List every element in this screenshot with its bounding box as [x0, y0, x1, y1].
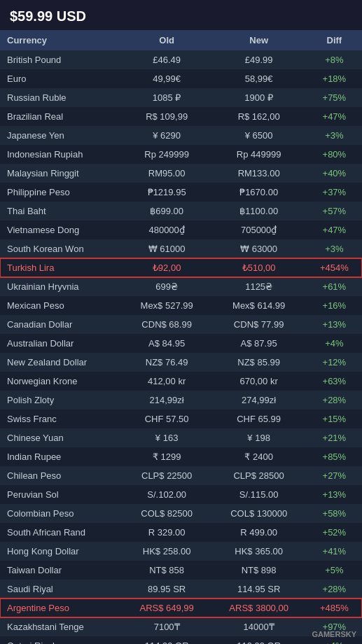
- table-row: New Zealand DollarNZ$ 76.49NZ$ 85.99+12%: [0, 353, 362, 372]
- table-row: Kazakhstani Tenge7100₸14000₸+97%: [0, 617, 362, 636]
- cell-old: CHF 57.50: [123, 410, 211, 428]
- cell-new: 114.95 SR: [211, 580, 307, 598]
- title: $59.99 USD: [0, 0, 362, 30]
- cell-currency: Malaysian Ringgit: [0, 164, 123, 183]
- table-row: Australian DollarA$ 84.95A$ 87.95+4%: [0, 334, 362, 353]
- cell-old: 7100₸: [123, 617, 211, 636]
- cell-currency: Japanese Yen: [0, 126, 123, 145]
- cell-old: A$ 84.95: [123, 334, 211, 353]
- cell-new: ฿1100.00: [211, 202, 307, 220]
- cell-currency: Norwegian Krone: [0, 372, 123, 391]
- cell-currency: Indonesian Rupiah: [0, 145, 123, 164]
- cell-currency: Chilean Peso: [0, 466, 123, 485]
- cell-diff: +3%: [307, 239, 362, 258]
- watermark: GAMERSKY: [312, 630, 356, 638]
- cell-diff: +8%: [307, 50, 362, 69]
- cell-diff: +27%: [307, 466, 362, 485]
- table-row: South Korean Won₩ 61000₩ 63000+3%: [0, 239, 362, 258]
- cell-currency: Russian Ruble: [0, 88, 123, 107]
- table-row: Polish Zloty214,99zł274,99zł+28%: [0, 391, 362, 410]
- table-row: Saudi Riyal89.95 SR114.95 SR+28%: [0, 580, 362, 598]
- table-row: Peruvian SolS/.102.00S/.115.00+13%: [0, 485, 362, 504]
- cell-currency: Vietnamese Dong: [0, 220, 123, 239]
- cell-diff: +28%: [307, 580, 362, 598]
- table-row: Thai Baht฿699.00฿1100.00+57%: [0, 202, 362, 220]
- cell-new: ₱1670.00: [211, 183, 307, 202]
- cell-old: 412,00 kr: [123, 372, 211, 391]
- cell-new: RM133.00: [211, 164, 307, 183]
- table-row: Chilean PesoCLP$ 22500CLP$ 28500+27%: [0, 466, 362, 485]
- table-row: Vietnamese Dong480000₫705000₫+47%: [0, 220, 362, 239]
- cell-currency: South African Rand: [0, 523, 123, 542]
- cell-old: Rp 249999: [123, 145, 211, 164]
- cell-new: ₺510,00: [211, 258, 307, 277]
- cell-old: 49,99€: [123, 69, 211, 88]
- cell-new: CHF 65.99: [211, 410, 307, 428]
- cell-diff: +5%: [307, 561, 362, 580]
- table-row: South African RandR 329.00R 499.00+52%: [0, 523, 362, 542]
- cell-new: 119.99 QR: [211, 636, 307, 644]
- cell-new: R$ 162,00: [211, 107, 307, 126]
- currency-table: Currency Old New Diff British Pound£46.4…: [0, 30, 362, 644]
- cell-diff: +80%: [307, 145, 362, 164]
- cell-currency: South Korean Won: [0, 239, 123, 258]
- table-row: Chinese Yuan¥ 163¥ 198+21%: [0, 428, 362, 447]
- cell-new: COL$ 130000: [211, 504, 307, 523]
- cell-new: 14000₸: [211, 617, 307, 636]
- cell-diff: +40%: [307, 164, 362, 183]
- cell-old: ₱1219.95: [123, 183, 211, 202]
- table-row: Swiss FrancCHF 57.50CHF 65.99+15%: [0, 410, 362, 428]
- cell-diff: +16%: [307, 296, 362, 315]
- cell-currency: British Pound: [0, 50, 123, 69]
- cell-diff: +41%: [307, 542, 362, 561]
- cell-currency: New Zealand Dollar: [0, 353, 123, 372]
- cell-old: R$ 109,99: [123, 107, 211, 126]
- cell-currency: Saudi Riyal: [0, 580, 123, 598]
- cell-new: HK$ 365.00: [211, 542, 307, 561]
- cell-currency: Taiwan Dollar: [0, 561, 123, 580]
- cell-diff: +47%: [307, 220, 362, 239]
- cell-old: ARS$ 649,99: [123, 598, 211, 617]
- cell-new: NZ$ 85.99: [211, 353, 307, 372]
- table-row: Argentine PesoARS$ 649,99ARS$ 3800,00+48…: [0, 598, 362, 617]
- cell-currency: Chinese Yuan: [0, 428, 123, 447]
- cell-currency: Qatari Riyal: [0, 636, 123, 644]
- cell-currency: Philippine Peso: [0, 183, 123, 202]
- table-header-row: Currency Old New Diff: [0, 30, 362, 50]
- cell-new: ₹ 2400: [211, 447, 307, 466]
- table-row: Russian Ruble1085 ₽1900 ₽+75%: [0, 88, 362, 107]
- cell-new: 705000₫: [211, 220, 307, 239]
- cell-old: CDN$ 68.99: [123, 315, 211, 334]
- cell-diff: +18%: [307, 69, 362, 88]
- cell-old: £46.49: [123, 50, 211, 69]
- cell-diff: +28%: [307, 391, 362, 410]
- cell-diff: +61%: [307, 277, 362, 296]
- cell-old: 114.99 QR: [123, 636, 211, 644]
- cell-currency: Swiss Franc: [0, 410, 123, 428]
- cell-currency: Polish Zloty: [0, 391, 123, 410]
- cell-old: ฿699.00: [123, 202, 211, 220]
- cell-new: 670,00 kr: [211, 372, 307, 391]
- cell-currency: Mexican Peso: [0, 296, 123, 315]
- cell-new: £49.99: [211, 50, 307, 69]
- cell-diff: +15%: [307, 410, 362, 428]
- cell-old: NT$ 858: [123, 561, 211, 580]
- cell-diff: +47%: [307, 107, 362, 126]
- table-row: Canadian DollarCDN$ 68.99CDN$ 77.99+13%: [0, 315, 362, 334]
- cell-diff: +63%: [307, 372, 362, 391]
- cell-new: ¥ 198: [211, 428, 307, 447]
- table-row: Qatari Riyal114.99 QR119.99 QR+4%: [0, 636, 362, 644]
- cell-old: RM95.00: [123, 164, 211, 183]
- cell-new: ARS$ 3800,00: [211, 598, 307, 617]
- cell-currency: Australian Dollar: [0, 334, 123, 353]
- cell-new: A$ 87.95: [211, 334, 307, 353]
- cell-old: Mex$ 527.99: [123, 296, 211, 315]
- table-row: Colombian PesoCOL$ 82500COL$ 130000+58%: [0, 504, 362, 523]
- cell-new: ₩ 63000: [211, 239, 307, 258]
- table-row: Hong Kong DollarHK$ 258.00HK$ 365.00+41%: [0, 542, 362, 561]
- cell-currency: Brazilian Real: [0, 107, 123, 126]
- table-row: Euro49,99€58,99€+18%: [0, 69, 362, 88]
- cell-new: NT$ 898: [211, 561, 307, 580]
- table-row: Indian Rupee₹ 1299₹ 2400+85%: [0, 447, 362, 466]
- cell-new: S/.115.00: [211, 485, 307, 504]
